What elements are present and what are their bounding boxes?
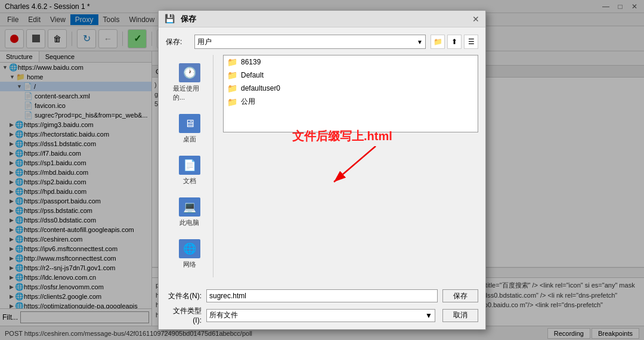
file-list-area: 📁 86139 📁 Default 📁 defaultuser0 📁: [223, 55, 478, 277]
nav-desktop[interactable]: 🖥 桌面: [174, 110, 205, 147]
recent-label: 最近使用的...: [173, 84, 206, 102]
file-name: 公用: [241, 97, 255, 107]
save-location-combo[interactable]: 用户 ▼: [194, 35, 426, 49]
filename-input[interactable]: [206, 289, 438, 302]
folder-icon: 📁: [227, 84, 237, 93]
computer-label: 此电脑: [179, 218, 199, 227]
filetype-combo[interactable]: 所有文件 ▼: [206, 309, 435, 322]
network-label: 网络: [183, 260, 196, 269]
up-folder-icon: ⬆: [451, 38, 457, 46]
file-name: Default: [241, 71, 264, 79]
dialog-overlay: 💾 保存 ✕ 保存: 用户 ▼ 📁 ⬆: [0, 0, 644, 340]
network-icon: 🌐: [179, 239, 200, 258]
computer-icon: 💻: [179, 197, 200, 217]
nav-computer[interactable]: 💻 此电脑: [174, 194, 205, 231]
list-item[interactable]: 📁 Default: [224, 69, 478, 82]
nav-network[interactable]: 🌐 网络: [174, 236, 205, 273]
nav-recent[interactable]: 🕐 最近使用的...: [168, 60, 210, 106]
filetype-row: 文件类型(I): 所有文件 ▼ 取消: [166, 306, 478, 324]
desktop-label: 桌面: [183, 135, 196, 144]
filename-row: 文件名(N): 保存: [166, 289, 478, 302]
documents-icon: 📄: [179, 156, 200, 175]
filename-label: 文件名(N):: [166, 291, 202, 301]
location-value: 用户: [197, 37, 212, 47]
dialog-close-button[interactable]: ✕: [472, 14, 479, 24]
list-item[interactable]: 📁 公用: [224, 95, 478, 109]
dialog-bottom: 文件名(N): 保存 文件类型(I): 所有文件 ▼ 取消: [159, 285, 485, 329]
recent-icon: 🕐: [179, 63, 200, 82]
desktop-icon: 🖥: [179, 114, 200, 133]
dialog-title: 💾 保存: [165, 14, 196, 24]
folder-icon: 📁: [227, 70, 237, 80]
combo-arrow-icon: ▼: [417, 39, 423, 45]
folder-icon: 📁: [227, 97, 237, 107]
list-item[interactable]: 📁 defaultuser0: [224, 82, 478, 95]
filetype-label: 文件类型(I):: [166, 306, 202, 324]
view-toggle-icon: ☰: [468, 38, 475, 46]
nav-documents[interactable]: 📄 文档: [174, 152, 205, 189]
documents-label: 文档: [183, 177, 196, 186]
left-nav: 🕐 最近使用的... 🖥 桌面 📄 文档 💻 此电脑: [166, 55, 213, 277]
dialog-toolbar: 📁 ⬆ ☰: [431, 35, 478, 49]
new-folder-button[interactable]: 📁: [431, 35, 445, 49]
filetype-value: 所有文件: [209, 310, 238, 320]
filetype-arrow-icon: ▼: [425, 311, 432, 320]
folder-icon: 📁: [227, 57, 237, 67]
view-toggle-button[interactable]: ☰: [464, 35, 478, 49]
file-name: defaultuser0: [241, 84, 280, 92]
save-label: 保存:: [166, 37, 190, 47]
list-item[interactable]: 📁 86139: [224, 55, 478, 69]
file-name: 86139: [241, 58, 261, 66]
nav-file-area: 🕐 最近使用的... 🖥 桌面 📄 文档 💻 此电脑: [166, 55, 478, 277]
save-dialog: 💾 保存 ✕ 保存: 用户 ▼ 📁 ⬆: [158, 10, 486, 330]
dialog-title-bar: 💾 保存 ✕: [159, 11, 485, 27]
cancel-button[interactable]: 取消: [442, 309, 478, 322]
file-list: 📁 86139 📁 Default 📁 defaultuser0 📁: [223, 55, 478, 132]
save-location-row: 保存: 用户 ▼ 📁 ⬆ ☰: [166, 35, 478, 49]
save-button[interactable]: 保存: [442, 289, 478, 302]
dialog-body: 保存: 用户 ▼ 📁 ⬆ ☰: [159, 27, 485, 285]
up-folder-button[interactable]: ⬆: [447, 35, 462, 49]
new-folder-icon: 📁: [434, 38, 442, 46]
